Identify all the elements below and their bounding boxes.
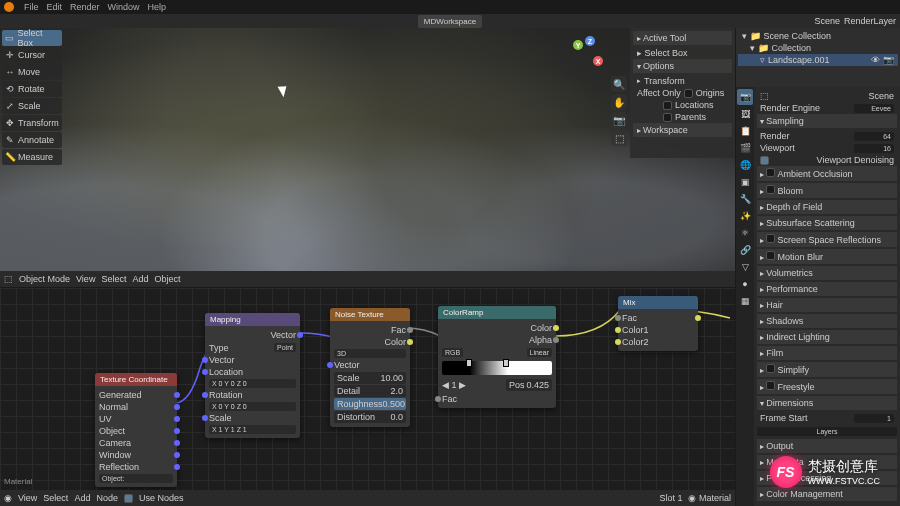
tab-object[interactable]: ▣ [737, 174, 753, 190]
node-noise-texture[interactable]: Noise Texture Fac Color 3D Vector Scale1… [330, 308, 410, 427]
tab-physics[interactable]: ⚛ [737, 225, 753, 241]
dof-header[interactable]: ▸ Depth of Field [757, 200, 897, 214]
tab-scene[interactable]: 🎬 [737, 140, 753, 156]
gizmo-y[interactable]: Y [573, 40, 583, 50]
menu-file[interactable]: File [24, 2, 39, 12]
menu-render[interactable]: Render [70, 2, 100, 12]
menu-edit[interactable]: Edit [47, 2, 63, 12]
workspace-header[interactable]: ▸ Workspace [633, 123, 732, 137]
mb-header[interactable]: ▸ Motion Blur [757, 249, 897, 264]
locations-checkbox[interactable] [663, 101, 672, 110]
nav-gizmo[interactable]: Z Y X [569, 36, 605, 72]
perf-header[interactable]: ▸ Performance [757, 282, 897, 296]
camera-icon[interactable]: 📷 [611, 112, 627, 128]
layer-selector[interactable]: RenderLayer [844, 16, 896, 26]
tool-rotate[interactable]: ⟲Rotate [2, 81, 62, 97]
tab-particle[interactable]: ✨ [737, 208, 753, 224]
slot-selector[interactable]: Slot 1 [659, 493, 682, 503]
layers-button[interactable]: Layers [757, 427, 897, 436]
indirect-header[interactable]: ▸ Indirect Lighting [757, 330, 897, 344]
tab-data[interactable]: ▽ [737, 259, 753, 275]
parents-checkbox[interactable] [663, 113, 672, 122]
freestyle-header[interactable]: ▸ Freestyle [757, 379, 897, 394]
vol-header[interactable]: ▸ Volumetrics [757, 266, 897, 280]
tool-scale[interactable]: ⤢Scale [2, 98, 62, 114]
gizmo-z[interactable]: Z [585, 36, 595, 46]
pan-icon[interactable]: ✋ [611, 94, 627, 110]
outliner-object[interactable]: ▿ Landscape.001 👁 📷 [738, 54, 898, 66]
tool-annotate[interactable]: ✎Annotate [2, 132, 62, 148]
tab-material[interactable]: ● [737, 276, 753, 292]
object-field[interactable]: Object: [99, 474, 173, 483]
tab-world[interactable]: 🌐 [737, 157, 753, 173]
node-color-ramp[interactable]: ColorRamp Color Alpha RGBLinear ◀ 1 ▶Pos… [438, 306, 556, 408]
tab-viewlayer[interactable]: 📋 [737, 123, 753, 139]
tab-output[interactable]: 🖼 [737, 106, 753, 122]
workspace-tab-active[interactable]: MDWorkspace [418, 15, 482, 28]
tool-transform[interactable]: ✥Transform [2, 115, 62, 131]
tool-cursor[interactable]: ✛Cursor [2, 47, 62, 63]
ne-view[interactable]: View [18, 493, 37, 503]
use-nodes-checkbox[interactable] [124, 494, 133, 503]
film-header[interactable]: ▸ Film [757, 346, 897, 360]
tab-render[interactable]: 📷 [737, 89, 753, 105]
ssr-header[interactable]: ▸ Screen Space Reflections [757, 232, 897, 247]
3d-viewport[interactable]: ▭Select Box ✛Cursor ↔Move ⟲Rotate ⤢Scale… [0, 28, 735, 288]
perspective-icon[interactable]: ⬚ [611, 130, 627, 146]
scale-icon: ⤢ [5, 101, 15, 111]
output-header[interactable]: ▸ Output [757, 439, 897, 453]
origins-checkbox[interactable] [684, 89, 693, 98]
tab-texture[interactable]: ▦ [737, 293, 753, 309]
ao-header[interactable]: ▸ Ambient Occlusion [757, 166, 897, 181]
color-ramp-gradient[interactable] [442, 361, 552, 375]
viewport-header: ⬚ Object Mode View Select Add Object [0, 271, 735, 287]
viewport-samples[interactable]: 16 [854, 144, 894, 153]
node-texture-coordinate[interactable]: Texture Coordinate Generated Normal UV O… [95, 373, 177, 487]
shader-editor[interactable]: Texture Coordinate Generated Normal UV O… [0, 288, 735, 506]
vp-select-menu[interactable]: Select [101, 274, 126, 284]
tab-constraint[interactable]: 🔗 [737, 242, 753, 258]
options-header[interactable]: ▾ Options [633, 59, 732, 73]
dim-header[interactable]: ▾ Dimensions [757, 396, 897, 410]
ne-node[interactable]: Node [96, 493, 118, 503]
ne-type-icon[interactable]: ◉ [4, 493, 12, 503]
mode-dropdown[interactable]: Object Mode [19, 274, 70, 284]
sampling-header[interactable]: ▾ Sampling [757, 114, 897, 128]
sss-header[interactable]: ▸ Subsurface Scattering [757, 216, 897, 230]
hair-header[interactable]: ▸ Hair [757, 298, 897, 312]
watermark-logo: FS [770, 456, 802, 488]
menu-help[interactable]: Help [148, 2, 167, 12]
menu-window[interactable]: Window [108, 2, 140, 12]
outliner[interactable]: ▾ 📁 Scene Collection ▾ 📁 Collection ▿ La… [736, 28, 900, 87]
vp-view-menu[interactable]: View [76, 274, 95, 284]
render-samples[interactable]: 64 [854, 132, 894, 141]
tool-select-box[interactable]: ▭Select Box [2, 30, 62, 46]
zoom-icon[interactable]: 🔍 [611, 76, 627, 92]
properties-editor: 📷 🖼 📋 🎬 🌐 ▣ 🔧 ✨ ⚛ 🔗 ▽ ● ▦ ⬚Scene Render … [736, 87, 900, 506]
shadow-header[interactable]: ▸ Shadows [757, 314, 897, 328]
node-mix[interactable]: Mix Fac Color1 Color2 [618, 296, 698, 351]
ne-select[interactable]: Select [43, 493, 68, 503]
node-mapping[interactable]: Mapping Vector TypePoint Vector Location… [205, 313, 300, 438]
ne-add[interactable]: Add [74, 493, 90, 503]
active-tool-header[interactable]: ▸ Active Tool [633, 31, 732, 45]
cm-header[interactable]: ▸ Color Management [757, 487, 897, 501]
tool-measure[interactable]: 📏Measure [2, 149, 62, 165]
viewport-denoise-checkbox[interactable] [760, 156, 769, 165]
select-icon: ▭ [5, 33, 15, 43]
vp-object-menu[interactable]: Object [154, 274, 180, 284]
material-selector[interactable]: ◉ Material [688, 493, 731, 503]
outliner-collection[interactable]: ▾ 📁 Collection [738, 42, 898, 54]
gizmo-x[interactable]: X [593, 56, 603, 66]
blender-icon [4, 2, 14, 12]
editor-type-icon[interactable]: ⬚ [4, 274, 13, 284]
tab-modifier[interactable]: 🔧 [737, 191, 753, 207]
tool-move[interactable]: ↔Move [2, 64, 62, 80]
outliner-scene[interactable]: ▾ 📁 Scene Collection [738, 30, 898, 42]
measure-icon: 📏 [5, 152, 15, 162]
bloom-header[interactable]: ▸ Bloom [757, 183, 897, 198]
engine-dropdown[interactable]: Eevee [854, 104, 894, 113]
simplify-header[interactable]: ▸ Simplify [757, 362, 897, 377]
vp-add-menu[interactable]: Add [132, 274, 148, 284]
scene-selector[interactable]: Scene [814, 16, 840, 26]
